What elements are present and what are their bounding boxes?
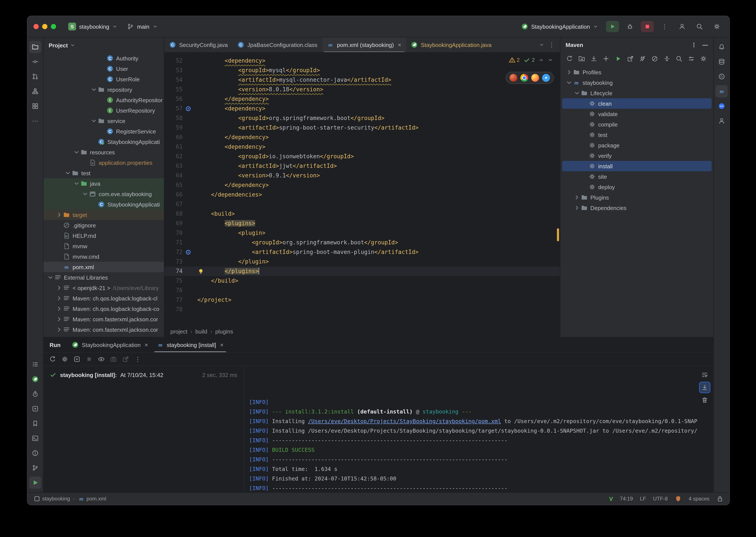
add-maven-project-button[interactable] xyxy=(600,54,612,64)
breadcrumb-item-build[interactable]: build xyxy=(195,328,207,335)
chevron-down-icon[interactable] xyxy=(566,79,573,86)
code-line-60[interactable]: 60 </dependency> xyxy=(164,133,560,142)
code-with-me-icon[interactable] xyxy=(676,21,689,32)
code-line-57[interactable]: 57 <dependency> xyxy=(164,104,560,113)
maven-settings-button[interactable] xyxy=(698,54,709,64)
tab-securityconfig[interactable]: CSecurityConfig.java xyxy=(164,37,233,52)
zoom-window-button[interactable] xyxy=(51,24,56,29)
project-item-staybookingapplicati[interactable]: CStaybookingApplicati xyxy=(44,137,164,147)
more-actions-button[interactable]: ⋮ xyxy=(658,21,671,32)
stop-button[interactable] xyxy=(641,21,654,32)
code-line-71[interactable]: 71 <groupId>org.springframework.boot</gr… xyxy=(164,238,560,247)
project-item-maven-ch-qos-logback-logback-co[interactable]: Maven: ch.qos.logback:logback-co xyxy=(44,304,164,314)
status-file-breadcrumb[interactable]: m pom.xml xyxy=(78,495,106,502)
project-item-pom-xml[interactable]: mpom.xml xyxy=(44,262,164,272)
maven-dependency-gutter-icon[interactable] xyxy=(182,104,194,113)
project-item-authority[interactable]: CAuthority xyxy=(44,53,164,63)
run-console[interactable]: [INFO][INFO] --- install:3.1.2:install (… xyxy=(244,366,713,492)
maven-dependency-gutter-icon[interactable] xyxy=(182,247,194,257)
code-line-56[interactable]: 56 </dependency> xyxy=(164,94,560,104)
code-line-65[interactable]: 65 </dependency> xyxy=(164,181,560,190)
code-line-67[interactable]: 67 xyxy=(164,200,560,209)
pull-requests-tool-button[interactable] xyxy=(29,70,41,83)
code-line-74[interactable]: 74 </plugins> xyxy=(164,267,560,276)
chevron-down-icon[interactable] xyxy=(73,149,80,156)
chevron-right-icon[interactable] xyxy=(56,305,62,312)
code-line-69[interactable]: 69 <plugins> xyxy=(164,219,560,228)
close-window-button[interactable] xyxy=(33,24,39,29)
close-tab-icon[interactable]: × xyxy=(398,41,401,48)
project-item-mvnw-cmd[interactable]: mvnw.cmd xyxy=(44,251,164,262)
services-tool-button[interactable] xyxy=(29,403,41,415)
chevron-right-icon[interactable] xyxy=(56,211,62,218)
export-button[interactable] xyxy=(120,354,131,364)
chevron-right-icon[interactable] xyxy=(56,316,62,323)
console-file-link[interactable]: /Users/eve/Desktop/Projects/StayBooking/… xyxy=(308,418,501,424)
inspect-button[interactable] xyxy=(96,354,107,364)
project-item-openjdk-21[interactable]: < openjdk-21 >/Users/eve/Library xyxy=(44,283,164,293)
chevron-right-icon[interactable] xyxy=(56,295,62,302)
download-sources-button[interactable] xyxy=(588,54,600,64)
git-tool-button[interactable] xyxy=(29,462,41,474)
chevron-down-icon[interactable] xyxy=(539,42,544,47)
maven-item-dependencies[interactable]: Dependencies xyxy=(562,203,712,213)
terminal-tool-button[interactable] xyxy=(29,432,41,444)
chevron-down-icon[interactable] xyxy=(574,90,580,97)
chevron-right-icon[interactable] xyxy=(566,69,573,76)
code-editor[interactable]: 52 <dependency>53 <groupId>mysql</groupI… xyxy=(164,53,560,326)
run-tab-staybooking-install[interactable]: mstaybooking [install]× xyxy=(152,337,228,352)
project-item-repository[interactable]: repository xyxy=(44,84,164,95)
search-artifact-button[interactable] xyxy=(673,54,685,64)
tab-jpabaseconfiguration[interactable]: CJpaBaseConfiguration.class xyxy=(233,37,322,52)
breadcrumb-item-project[interactable]: project xyxy=(171,328,187,335)
dependencies-tool-button[interactable] xyxy=(29,100,41,112)
scroll-to-end-icon[interactable] xyxy=(699,382,710,392)
close-tab-icon[interactable]: × xyxy=(220,341,223,348)
run-summary-row[interactable]: staybooking [install]: At 7/10/24, 15:42… xyxy=(50,371,237,378)
code-line-61[interactable]: 61 <dependency> xyxy=(164,142,560,152)
close-tab-icon[interactable]: × xyxy=(144,341,148,348)
code-line-66[interactable]: 66 </dependencies> xyxy=(164,190,560,200)
prev-problem-icon[interactable] xyxy=(538,58,544,62)
more-options-button[interactable]: ⋮ xyxy=(132,354,143,364)
chevron-down-icon[interactable] xyxy=(91,117,98,124)
intention-bulb-icon[interactable] xyxy=(197,268,204,275)
run-tab-staybookingapplication[interactable]: StaybookingApplication× xyxy=(68,337,153,352)
project-item-java[interactable]: java xyxy=(44,178,164,189)
chevron-down-icon[interactable] xyxy=(91,86,98,93)
project-item-com-eve-staybooking[interactable]: com.eve.staybooking xyxy=(44,189,164,199)
code-line-53[interactable]: 53 <groupId>mysql</groupId> xyxy=(164,66,560,75)
project-item-maven-com-fasterxml-jackson-cor[interactable]: Maven: com.fasterxml.jackson.cor xyxy=(44,314,164,324)
gradle-tool-button[interactable]: G xyxy=(716,70,728,83)
chevron-right-icon[interactable] xyxy=(574,204,580,211)
intellij-browser-icon[interactable] xyxy=(509,74,517,82)
maven-item-site[interactable]: site xyxy=(562,171,712,182)
code-line-52[interactable]: 52 <dependency> xyxy=(164,56,560,66)
edit-configuration-button[interactable] xyxy=(59,354,70,364)
project-item-test[interactable]: test xyxy=(44,168,164,178)
skip-tests-button[interactable] xyxy=(649,54,660,64)
project-item-mvnw[interactable]: mvnw xyxy=(44,241,164,251)
line-separator[interactable]: LF xyxy=(640,496,646,502)
code-line-76[interactable]: 76 xyxy=(164,286,560,295)
offline-mode-button[interactable] xyxy=(637,54,648,64)
project-selector[interactable]: S staybooking xyxy=(65,21,121,32)
project-item-target[interactable]: target xyxy=(44,210,164,220)
chevron-right-icon[interactable] xyxy=(574,194,580,201)
project-item-staybookingapplicati[interactable]: CStaybookingApplicati xyxy=(44,199,164,210)
code-line-68[interactable]: 68 <build> xyxy=(164,209,560,219)
maven-item-deploy[interactable]: deploy xyxy=(562,182,712,192)
ai-assistant-tool-button[interactable] xyxy=(716,100,728,112)
code-with-me-button[interactable] xyxy=(716,115,728,127)
debug-button[interactable] xyxy=(623,21,636,32)
project-item-userrepository[interactable]: IUserRepository xyxy=(44,105,164,116)
tab-pom-xml[interactable]: mpom.xml (staybooking)× xyxy=(322,37,406,52)
code-line-58[interactable]: 58 <groupId>org.springframework.boot</gr… xyxy=(164,113,560,123)
settings-button[interactable] xyxy=(710,21,723,32)
code-line-75[interactable]: 75 </build> xyxy=(164,276,560,286)
status-project-breadcrumb[interactable]: staybooking xyxy=(33,495,70,502)
code-line-63[interactable]: 63 <artifactId>jjwt</artifactId> xyxy=(164,161,560,171)
maven-item-clean[interactable]: clean xyxy=(562,98,712,109)
project-item-external-libraries[interactable]: External Libraries xyxy=(44,272,164,283)
maven-item-package[interactable]: package xyxy=(562,140,712,150)
